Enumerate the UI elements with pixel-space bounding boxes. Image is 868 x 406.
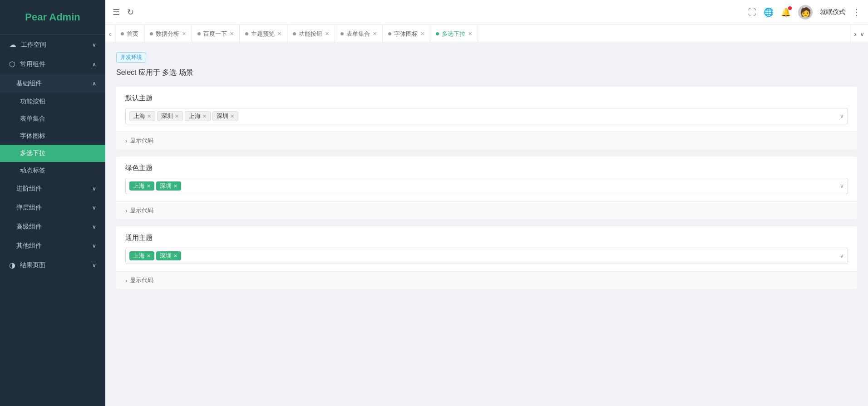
chevron-down-icon-results: ∨: [92, 262, 96, 269]
tag-close-shanghai-1[interactable]: ✕: [147, 113, 151, 119]
sidebar-item-common[interactable]: ⬡ 常用组件 ∧: [0, 54, 105, 74]
chevron-down-icon-advanced: ∨: [92, 186, 96, 192]
topbar-right: ⛶ 🌐 🔔 🧑 就眠仪式 ⋮: [748, 5, 861, 20]
tag-general-shenzhen: 深圳 ✕: [156, 251, 181, 260]
tag-text: 深圳: [160, 252, 172, 260]
tab-form[interactable]: 表单集合 ✕: [335, 25, 383, 43]
tab-close-form[interactable]: ✕: [373, 31, 377, 37]
dropdown-arrow-green: ∨: [840, 183, 844, 189]
code-label-general: 显示代码: [130, 276, 153, 284]
sidebar-item-func-buttons[interactable]: 功能按钮: [0, 93, 105, 110]
tab-close-multi[interactable]: ✕: [468, 31, 472, 37]
globe-icon[interactable]: 🌐: [764, 7, 774, 17]
fullscreen-icon[interactable]: ⛶: [748, 8, 756, 17]
tab-font-icons[interactable]: 字体图标 ✕: [383, 25, 430, 43]
tag-close-general-shanghai[interactable]: ✕: [147, 253, 151, 259]
tab-label-multi: 多选下拉: [442, 30, 465, 38]
refresh-icon[interactable]: ↻: [127, 7, 134, 17]
tag-shenzhen-1: 深圳 ✕: [157, 111, 183, 121]
notification-icon[interactable]: 🔔: [781, 7, 791, 17]
tab-label-font: 字体图标: [394, 30, 418, 38]
sidebar-item-basic[interactable]: 基础组件 ∧: [0, 74, 105, 93]
app-title: Pear Admin: [25, 11, 80, 23]
sidebar: Pear Admin ☁ 工作空间 ∨ ⬡ 常用组件 ∧ 基础组件 ∧ 功能按钮…: [0, 0, 105, 406]
tab-multi-select[interactable]: 多选下拉 ✕: [430, 25, 478, 43]
cloud-icon: ☁: [9, 40, 16, 49]
tab-theme-preview[interactable]: 主题预览 ✕: [240, 25, 287, 43]
tab-func-btn[interactable]: 功能按钮 ✕: [287, 25, 335, 43]
sidebar-item-advanced[interactable]: 进阶组件 ∨: [0, 179, 105, 198]
chevron-up-icon-basic: ∧: [92, 80, 96, 87]
sidebar-item-font-icons[interactable]: 字体图标: [0, 127, 105, 145]
tag-close-green-shenzhen[interactable]: ✕: [173, 183, 178, 189]
section-default-theme: 默认主题 上海 ✕ 深圳 ✕ 上海 ✕ 深圳 ✕ ∨: [116, 87, 857, 149]
tab-dot-data: [150, 32, 153, 35]
section-green-theme: 绿色主题 上海 ✕ 深圳 ✕ ∨ › 显示代码: [116, 157, 857, 219]
sidebar-item-dynamic-tags[interactable]: 动态标签: [0, 162, 105, 179]
sidebar-item-results[interactable]: ◑ 结果页面 ∨: [0, 255, 105, 275]
tab-close-baidu[interactable]: ✕: [230, 31, 234, 37]
dropdown-arrow-general: ∨: [840, 253, 844, 259]
code-toggle-general[interactable]: › 显示代码: [116, 271, 857, 289]
tab-label-theme: 主题预览: [251, 30, 275, 38]
tag-text: 深圳: [160, 182, 172, 190]
tag-close-general-shenzhen[interactable]: ✕: [173, 253, 178, 259]
more-menu-icon[interactable]: ⋮: [853, 7, 861, 17]
tab-dot-multi: [436, 32, 439, 35]
sidebar-label-workspace: 工作空间: [21, 41, 46, 49]
tab-label-form: 表单集合: [346, 30, 370, 38]
username-label[interactable]: 就眠仪式: [820, 8, 845, 16]
sidebar-item-multi-select[interactable]: 多选下拉: [0, 145, 105, 162]
tab-dot-theme: [245, 32, 248, 35]
tag-green-shanghai: 上海 ✕: [129, 181, 154, 191]
tag-shanghai-1: 上海 ✕: [129, 111, 155, 121]
tab-close-theme[interactable]: ✕: [277, 31, 281, 37]
tag-text: 深圳: [217, 112, 228, 120]
sidebar-label-func-buttons: 功能按钮: [20, 98, 45, 106]
sidebar-item-other[interactable]: 其他组件 ∨: [0, 236, 105, 255]
sidebar-label-basic: 基础组件: [16, 79, 42, 88]
multi-select-default[interactable]: 上海 ✕ 深圳 ✕ 上海 ✕ 深圳 ✕ ∨: [125, 108, 848, 124]
content-area: 开发环境 Select 应用于 多选 场景 默认主题 上海 ✕ 深圳 ✕ 上海 …: [105, 43, 868, 406]
tag-shenzhen-2: 深圳 ✕: [212, 111, 238, 121]
tab-close-font[interactable]: ✕: [420, 31, 424, 37]
sidebar-label-common: 常用组件: [20, 60, 45, 68]
chevron-down-icon-other: ∨: [92, 243, 96, 249]
tag-green-shenzhen: 深圳 ✕: [156, 181, 181, 191]
tab-close-data[interactable]: ✕: [182, 31, 186, 37]
sidebar-item-modal[interactable]: 弹层组件 ∨: [0, 198, 105, 217]
tab-close-func[interactable]: ✕: [325, 31, 329, 37]
avatar[interactable]: 🧑: [798, 5, 813, 20]
notification-dot: [788, 6, 792, 10]
sidebar-label-high: 高级组件: [16, 223, 42, 231]
menu-toggle-icon[interactable]: ☰: [113, 7, 120, 17]
topbar-left: ☰ ↻: [113, 7, 134, 17]
tag-close-shenzhen-1[interactable]: ✕: [175, 113, 179, 119]
multi-select-general[interactable]: 上海 ✕ 深圳 ✕ ∨: [125, 248, 848, 264]
sidebar-item-form-collection[interactable]: 表单集合: [0, 110, 105, 127]
sidebar-label-form-collection: 表单集合: [20, 115, 45, 123]
tag-close-shanghai-2[interactable]: ✕: [202, 113, 207, 119]
tab-baidu[interactable]: 百度一下 ✕: [192, 25, 240, 43]
tab-dot-baidu: [197, 32, 201, 35]
tag-close-green-shanghai[interactable]: ✕: [147, 183, 151, 189]
tag-text: 上海: [133, 112, 145, 120]
tab-expand-button[interactable]: ∨: [860, 30, 864, 38]
tag-text: 深圳: [161, 112, 173, 120]
tab-label-home: 首页: [127, 30, 138, 38]
sidebar-item-high[interactable]: 高级组件 ∨: [0, 217, 105, 236]
app-logo: Pear Admin: [0, 0, 105, 35]
tab-data-analysis[interactable]: 数据分析 ✕: [144, 25, 192, 43]
tabbar: ‹ 首页 数据分析 ✕ 百度一下 ✕ 主题预览 ✕: [105, 25, 868, 43]
sidebar-label-multi-select: 多选下拉: [20, 149, 45, 157]
code-toggle-default[interactable]: › 显示代码: [116, 132, 857, 149]
sidebar-item-workspace[interactable]: ☁ 工作空间 ∨: [0, 35, 105, 54]
multi-select-green[interactable]: 上海 ✕ 深圳 ✕ ∨: [125, 178, 848, 194]
sidebar-label-advanced: 进阶组件: [16, 185, 42, 193]
tag-close-shenzhen-2[interactable]: ✕: [230, 113, 234, 119]
tab-next-button[interactable]: ›: [854, 30, 856, 38]
tab-prev-button[interactable]: ‹: [105, 25, 115, 43]
tab-home[interactable]: 首页: [115, 25, 144, 43]
tag-general-shanghai: 上海 ✕: [129, 251, 154, 260]
code-toggle-green[interactable]: › 显示代码: [116, 201, 857, 219]
